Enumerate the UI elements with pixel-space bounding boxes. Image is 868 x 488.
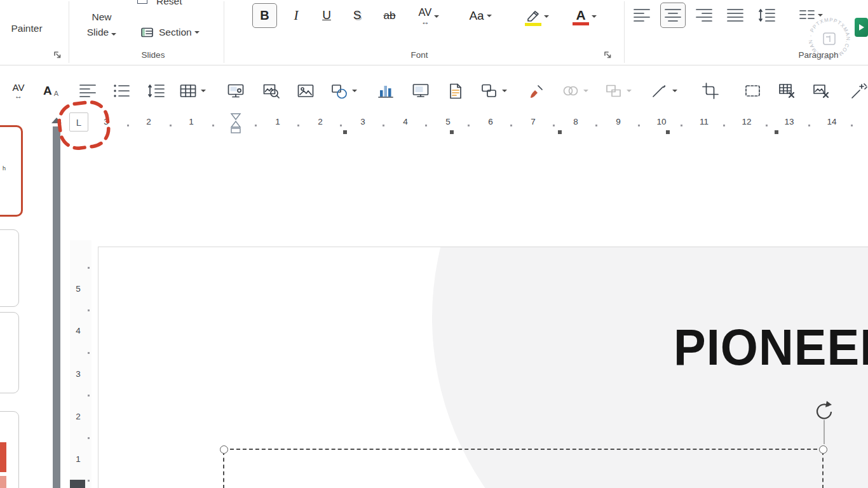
font-color-button[interactable]: A [568, 3, 601, 30]
shapes-icon [331, 83, 348, 99]
crop-icon [702, 83, 719, 99]
toolbar-magic-wand-button[interactable] [846, 76, 868, 105]
format-painter-button[interactable]: Painter [3, 23, 51, 34]
selection-border-left [223, 451, 224, 488]
section-icon [141, 27, 154, 38]
reset-icon [137, 0, 147, 4]
toolbar-screenshot-button[interactable] [223, 76, 248, 105]
dashed-rectangle-icon [745, 83, 761, 98]
align-left-button[interactable] [633, 7, 651, 24]
align-right-button[interactable] [695, 7, 713, 24]
toolbar-table-button[interactable] [174, 76, 211, 105]
vruler-number: 4 [71, 326, 85, 336]
tab-stop-marker [558, 130, 562, 134]
toolbar-draw-line-button[interactable] [646, 76, 682, 105]
toolbar-font-dialog-button[interactable]: A A [38, 76, 64, 105]
slide-canvas[interactable]: PIONEER [98, 247, 868, 488]
magic-wand-icon [851, 83, 867, 99]
character-spacing-button[interactable]: AV ↔ [410, 4, 448, 29]
document-icon [448, 83, 463, 99]
slide-thumbnail[interactable] [0, 312, 19, 393]
toolbar-notes-document-button[interactable] [443, 76, 468, 105]
toolbar-shapes-button[interactable] [325, 76, 362, 105]
ribbon-bottom-border [0, 65, 868, 65]
selection-border-top [224, 449, 824, 450]
toolbar-line-spacing-button[interactable] [144, 76, 169, 105]
toolbar-animation-painter-button[interactable] [524, 76, 549, 105]
selection-handle-top-left[interactable] [220, 445, 228, 454]
chevron-down-icon [352, 90, 357, 92]
line-spacing-icon [758, 8, 776, 22]
chevron-down-icon [592, 15, 597, 18]
toolbar-align-button[interactable] [75, 76, 100, 105]
toolbar-duplicate-shapes-button[interactable] [475, 76, 512, 105]
slide-thumbnail[interactable] [0, 229, 19, 307]
chevron-down-icon [434, 15, 439, 18]
toolbar-picture-button[interactable] [293, 76, 318, 105]
font-glyph-large: A [43, 84, 52, 98]
share-present-icon[interactable] [855, 18, 868, 37]
ruler-number: 12 [739, 117, 754, 126]
ruler-number: 13 [782, 117, 797, 126]
toolbar-slide-show-button[interactable] [408, 76, 433, 105]
clipboard-dialog-launcher-icon[interactable] [53, 51, 62, 60]
new-slide-button[interactable]: New Slide [75, 0, 128, 50]
toolbar-crop-button[interactable] [698, 76, 723, 105]
font-glyph-small: A [54, 90, 58, 97]
strikethrough-button[interactable]: ab [379, 6, 400, 25]
line-spacing-icon [147, 84, 165, 98]
screenshot-icon [227, 83, 244, 99]
new-slide-label-1: New [92, 11, 111, 23]
vruler-number: 5 [71, 284, 85, 294]
slide-thumbnail-selected[interactable]: h [0, 125, 23, 217]
justify-button[interactable] [726, 7, 744, 24]
tab-stop-marker [450, 130, 454, 134]
font-dialog-launcher-icon[interactable] [604, 51, 613, 60]
toolbar-character-spacing-label: AV [13, 83, 25, 92]
merge-shapes-icon [562, 83, 579, 99]
toolbar-selection-rect-button[interactable] [740, 76, 766, 105]
toolbar-character-spacing-button[interactable]: AV ↔ [4, 76, 32, 105]
highlight-color-swatch [525, 23, 541, 26]
line-spacing-button[interactable] [757, 7, 776, 24]
toolbar-search-picture-button[interactable] [259, 76, 284, 105]
change-case-label: Aa [469, 9, 484, 23]
chevron-down-icon [194, 31, 200, 34]
section-button[interactable]: Section [141, 23, 200, 42]
bold-button[interactable]: B [252, 3, 277, 28]
vertical-scrollbar-thumb[interactable] [53, 126, 60, 488]
ruler-number: 4 [398, 117, 413, 126]
rotate-handle[interactable] [811, 400, 837, 447]
align-left-icon [634, 8, 650, 22]
reset-button[interactable]: Reset [156, 0, 182, 7]
slide-thumbnail[interactable] [0, 411, 19, 488]
indent-marker[interactable] [230, 113, 241, 134]
scrollbar-up-arrow[interactable] [51, 118, 62, 123]
bullet-list-icon [113, 84, 130, 98]
new-slide-label-2: Slide [87, 27, 116, 38]
chevron-down-icon [544, 15, 549, 18]
ruler-number: 2 [313, 117, 328, 126]
italic-button[interactable]: I [287, 5, 305, 25]
toolbar-chart-button[interactable] [373, 76, 398, 105]
toolbar-bullets-button[interactable] [109, 76, 134, 105]
toolbar-delete-picture-button[interactable] [809, 76, 834, 105]
monitor-slide-icon [412, 83, 429, 98]
toolbar-delete-table-button[interactable] [775, 76, 800, 105]
thumbnail-text-fragment: h [3, 165, 6, 172]
paint-brush-icon [528, 83, 545, 99]
text-highlight-color-button[interactable] [520, 3, 554, 30]
text-shadow-button[interactable]: S [348, 5, 366, 25]
vruler-number: 1 [71, 454, 85, 464]
change-case-button[interactable]: Aa [463, 5, 498, 27]
align-left-icon [79, 84, 96, 98]
toolbar-picture-layout-button [600, 76, 637, 105]
tab-stop-marker [666, 130, 670, 134]
ruler-number: 14 [824, 117, 839, 126]
align-center-icon [665, 8, 681, 22]
toolbar-merge-shapes-button [557, 76, 593, 105]
slide-title[interactable]: PIONEER [674, 318, 868, 376]
align-center-button[interactable] [660, 3, 686, 28]
underline-button[interactable]: U [318, 5, 336, 25]
tab-selector-button[interactable]: L [69, 112, 88, 132]
